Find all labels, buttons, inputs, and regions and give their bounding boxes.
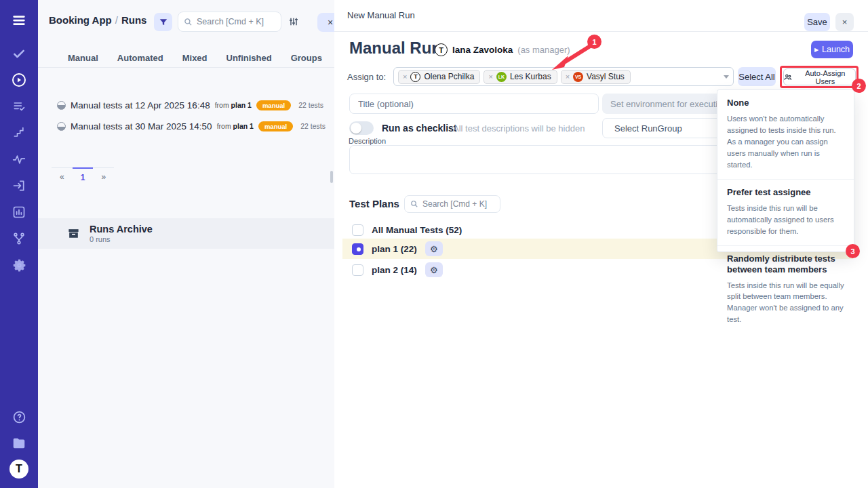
branch-icon[interactable] bbox=[11, 230, 27, 247]
run-source: from plan 1 bbox=[217, 122, 254, 130]
checklist-label: Run as checklist bbox=[382, 123, 457, 134]
gear-icon: ⚙ bbox=[430, 265, 438, 275]
save-button[interactable]: Save bbox=[804, 13, 830, 31]
assignees-multiselect[interactable]: × T Olena Pchilka × LK Les Kurbas × VS V… bbox=[393, 67, 734, 86]
pagination-prev[interactable]: « bbox=[52, 168, 73, 186]
assignee-chip: × VS Vasyl Stus bbox=[561, 70, 631, 84]
remove-assignee-icon[interactable]: × bbox=[566, 73, 570, 81]
plan-checkbox-checked[interactable] bbox=[352, 243, 363, 255]
menu-icon[interactable] bbox=[11, 12, 27, 28]
page-breadcrumb-title: New Manual Run bbox=[347, 10, 415, 20]
dropdown-option-prefer-assignee[interactable]: Prefer test assignee Tests inside this r… bbox=[717, 179, 854, 245]
run-test-count: 22 tests bbox=[300, 122, 326, 130]
check-icon[interactable] bbox=[11, 45, 27, 62]
select-all-button[interactable]: Select All bbox=[738, 67, 776, 86]
play-icon: ▶ bbox=[814, 47, 818, 53]
plan-settings-button[interactable]: ⚙ bbox=[425, 262, 443, 277]
gear-icon[interactable] bbox=[11, 257, 27, 273]
annotation-step-2: 2 bbox=[852, 79, 866, 93]
page-title: Manual Run bbox=[349, 39, 441, 58]
run-title-input[interactable] bbox=[349, 94, 599, 114]
manager-name: Iana Zavoloka bbox=[452, 45, 513, 55]
plan-settings-button[interactable]: ⚙ bbox=[425, 241, 443, 256]
archive-icon bbox=[67, 227, 80, 240]
option-description: Tests inside this run will be equally sp… bbox=[727, 280, 844, 326]
archive-count: 0 runs bbox=[90, 235, 153, 243]
option-title: None bbox=[727, 98, 844, 108]
plan-checkbox[interactable] bbox=[352, 264, 363, 276]
tab-unfinished[interactable]: Unfinished bbox=[226, 53, 272, 63]
test-plans-search-input[interactable]: Search [Cmd + K] bbox=[404, 195, 500, 213]
runs-tabs: Manual Automated Mixed Unfinished Groups… bbox=[49, 49, 334, 66]
plan-label[interactable]: plan 2 (14) bbox=[372, 265, 417, 275]
launch-button[interactable]: ▶ Launch bbox=[811, 41, 853, 58]
option-title: Randomly distribute tests between team m… bbox=[727, 253, 844, 276]
assignee-name: Olena Pchilka bbox=[424, 72, 474, 81]
run-list-item[interactable]: Manual tests at 30 Mar 2025 14:50 from p… bbox=[57, 119, 328, 134]
tab-mixed[interactable]: Mixed bbox=[182, 53, 208, 63]
manual-badge: manual bbox=[258, 121, 293, 131]
archive-title: Runs Archive bbox=[90, 224, 153, 235]
runs-search-input[interactable]: Search [Cmd + K] bbox=[178, 12, 281, 32]
plan-label[interactable]: plan 1 (22) bbox=[372, 244, 417, 254]
annotation-step-1: 1 bbox=[587, 35, 601, 49]
pagination-next[interactable]: » bbox=[93, 168, 114, 186]
adjustments-icon[interactable] bbox=[288, 16, 299, 30]
close-button[interactable]: × bbox=[835, 13, 854, 31]
tab-groups[interactable]: Groups bbox=[291, 53, 322, 63]
annotation-box-2 bbox=[780, 66, 859, 88]
steps-icon[interactable] bbox=[11, 125, 27, 141]
runs-archive[interactable]: Runs Archive 0 runs bbox=[38, 218, 334, 249]
remove-assignee-icon[interactable]: × bbox=[488, 73, 492, 81]
gear-icon: ⚙ bbox=[430, 244, 438, 254]
funnel-icon bbox=[159, 18, 168, 27]
avatar: LK bbox=[496, 72, 507, 82]
option-description: Tests inside this run will be automatica… bbox=[727, 203, 844, 237]
run-test-count: 22 tests bbox=[298, 101, 323, 109]
assign-to-label: Assign to: bbox=[347, 72, 386, 82]
breadcrumb-project[interactable]: Booking App bbox=[49, 14, 112, 26]
folder-icon[interactable] bbox=[11, 435, 27, 451]
run-status-icon bbox=[57, 101, 66, 110]
help-icon[interactable] bbox=[11, 409, 27, 425]
top-bar: New Manual Run Save × bbox=[334, 0, 868, 32]
remove-assignee-icon[interactable]: × bbox=[403, 73, 407, 81]
filter-button[interactable] bbox=[154, 13, 172, 31]
assignee-chip: × LK Les Kurbas bbox=[484, 70, 557, 84]
manual-badge: manual bbox=[256, 100, 291, 110]
assignee-name: Vasyl Stus bbox=[587, 72, 625, 81]
run-source: from plan 1 bbox=[215, 101, 252, 109]
app-sidebar: T bbox=[0, 0, 38, 488]
checklist-icon[interactable] bbox=[11, 98, 27, 115]
tab-manual[interactable]: Manual bbox=[68, 53, 98, 63]
rungroup-placeholder: Select RunGroup bbox=[614, 123, 682, 134]
plan-label[interactable]: All Manual Tests (52) bbox=[372, 225, 462, 235]
pulse-icon[interactable] bbox=[11, 151, 27, 167]
annotation-step-3: 3 bbox=[846, 244, 860, 258]
assignee-chip: × T Olena Pchilka bbox=[398, 70, 480, 84]
search-icon bbox=[184, 18, 193, 26]
run-as-checklist-toggle[interactable] bbox=[349, 121, 374, 135]
pagination-page-1[interactable]: 1 bbox=[73, 167, 94, 186]
manager-avatar: T bbox=[435, 43, 448, 56]
run-title: Manual tests at 12 Apr 2025 16:48 bbox=[71, 100, 210, 110]
plan-checkbox[interactable] bbox=[352, 224, 363, 236]
manager-role-note: (as manager) bbox=[517, 45, 570, 55]
scrollbar-thumb[interactable] bbox=[330, 171, 333, 183]
option-title: Prefer test assignee bbox=[727, 187, 844, 198]
dropdown-option-random-distribute[interactable]: Randomly distribute tests between team m… bbox=[717, 245, 854, 333]
run-play-icon[interactable] bbox=[11, 72, 27, 88]
toggle-knob bbox=[351, 123, 361, 134]
run-list-item[interactable]: Manual tests at 12 Apr 2025 16:48 from p… bbox=[57, 98, 328, 113]
import-icon[interactable] bbox=[11, 178, 27, 194]
checklist-hint: All test descriptions will be hidden bbox=[453, 123, 585, 134]
search-icon bbox=[410, 200, 418, 208]
panel-close-button[interactable]: × bbox=[317, 13, 334, 32]
tab-automated[interactable]: Automated bbox=[117, 53, 163, 63]
search-placeholder: Search [Cmd + K] bbox=[422, 199, 487, 209]
divider bbox=[38, 67, 334, 68]
avatar: VS bbox=[573, 72, 583, 82]
dropdown-option-none[interactable]: None Users won't be automatically assign… bbox=[717, 90, 854, 179]
analytics-icon[interactable] bbox=[11, 204, 27, 220]
app-logo[interactable]: T bbox=[9, 460, 28, 479]
